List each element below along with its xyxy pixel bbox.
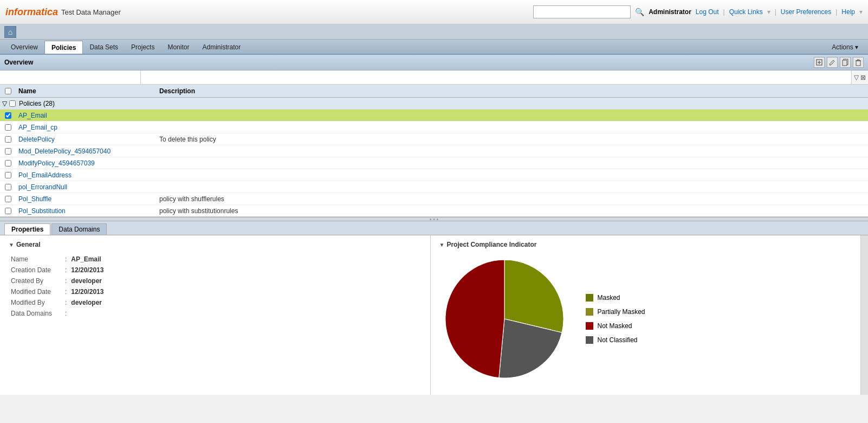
group-checkbox[interactable] (9, 100, 16, 107)
created-by-value: developer (69, 275, 421, 286)
bottom-tabs: Properties Data Domains (0, 221, 868, 235)
toolbar-icon-2[interactable] (827, 57, 838, 68)
row-name-6[interactable]: pol_ErrorandNull (16, 183, 157, 191)
row-checkbox-2[interactable] (5, 136, 11, 143)
row-checkbox-cell (0, 148, 16, 155)
tab-datasets[interactable]: Data Sets (83, 41, 125, 54)
table-row[interactable]: Mod_DeletePolicy_4594657040 (0, 145, 868, 157)
row-checkbox-4[interactable] (5, 160, 11, 166)
tab-administrator[interactable]: Administrator (196, 41, 247, 54)
bottom-content: General Name : AP_Email Creation Date : … (0, 235, 868, 395)
quick-links-link[interactable]: Quick Links (729, 8, 763, 16)
toolbar-icon-3[interactable] (840, 57, 851, 68)
legend-masked: Masked (586, 294, 645, 302)
created-by-label: Created By (9, 275, 63, 286)
name-label: Name (9, 254, 63, 265)
row-checkbox-cell (0, 172, 16, 178)
legend-not-masked-label: Not Masked (598, 322, 632, 330)
legend-masked-swatch (586, 294, 593, 302)
table-row[interactable]: DeletePolicy To delete this policy (0, 133, 868, 145)
row-name-8[interactable]: Pol_Substitution (16, 207, 157, 215)
row-checkbox-cell (0, 136, 16, 143)
row-checkbox-8[interactable] (5, 208, 11, 214)
modified-by-value: developer (69, 297, 421, 308)
search-icon[interactable]: 🔍 (635, 8, 644, 16)
legend-partially-masked-label: Partially Masked (598, 308, 645, 316)
creation-date-label: Creation Date (9, 265, 63, 275)
group-row[interactable]: ▽ Policies (28) (0, 98, 868, 110)
header-checkbox-cell (0, 88, 16, 94)
chart-container: Masked Partially Masked Not Masked Not C… (439, 254, 852, 384)
table-row[interactable]: Pol_Substitution policy with substitutio… (0, 205, 868, 217)
search-input[interactable] (533, 5, 631, 18)
row-checkbox-cell (0, 184, 16, 190)
legend-partially-masked: Partially Masked (586, 308, 645, 316)
filter-name-input[interactable] (0, 70, 140, 84)
legend-partially-masked-swatch (586, 308, 593, 316)
pie-chart-svg (439, 254, 569, 384)
tab-policies[interactable]: Policies (44, 41, 83, 54)
table-row[interactable]: ModifyPolicy_4594657039 (0, 157, 868, 169)
policies-table: ▽ Policies (28) AP_Email AP_Email_cp Del… (0, 98, 868, 217)
row-checkbox-7[interactable] (5, 196, 11, 202)
toolbar-icon-1[interactable] (814, 57, 825, 68)
actions-button[interactable]: Actions ▾ (826, 42, 864, 53)
filter-funnel-icon[interactable]: ▽ (854, 74, 859, 81)
row-name-4[interactable]: ModifyPolicy_4594657039 (16, 159, 157, 167)
tab-projects[interactable]: Projects (125, 41, 161, 54)
table-row[interactable]: Pol_Shuffle policy with shufflerules (0, 193, 868, 205)
general-section: General Name : AP_Email Creation Date : … (0, 235, 431, 395)
tab-data-domains[interactable]: Data Domains (51, 223, 107, 235)
svg-rect-6 (856, 61, 860, 66)
group-expand-icon[interactable]: ▽ (2, 100, 7, 107)
home-button[interactable]: ⌂ (4, 26, 16, 38)
help-link[interactable]: Help (841, 8, 855, 16)
table-row[interactable]: AP_Email_cp (0, 121, 868, 133)
creation-date-value: 12/20/2013 (69, 265, 421, 275)
tab-monitor[interactable]: Monitor (161, 41, 196, 54)
toolbar-icons (814, 57, 864, 68)
table-row[interactable]: Pol_EmailAddress (0, 169, 868, 181)
group-label: Policies (28) (19, 100, 55, 107)
panel-splitter[interactable]: • • • (0, 217, 868, 221)
home-bar: ⌂ (0, 24, 868, 40)
filter-desc-input[interactable] (141, 70, 851, 84)
row-name-3[interactable]: Mod_DeletePolicy_4594657040 (16, 148, 157, 155)
row-checkbox-6[interactable] (5, 184, 11, 190)
bottom-panel: Properties Data Domains General Name : A… (0, 221, 868, 395)
legend-masked-label: Masked (598, 294, 620, 302)
row-checkbox-1[interactable] (5, 124, 11, 131)
logout-link[interactable]: Log Out (696, 8, 719, 16)
row-name-7[interactable]: Pol_Shuffle (16, 195, 157, 203)
table-row[interactable]: AP_Email (0, 110, 868, 121)
prop-creation-date-row: Creation Date : 12/20/2013 (9, 265, 422, 275)
properties-table: Name : AP_Email Creation Date : 12/20/20… (9, 254, 422, 319)
row-checkbox-3[interactable] (5, 148, 11, 155)
filter-clear-icon[interactable]: ⊠ (860, 74, 866, 81)
legend-not-masked-swatch (586, 322, 593, 330)
prop-name-row: Name : AP_Email (9, 254, 422, 265)
name-value: AP_Email (69, 254, 421, 265)
row-checkbox-0[interactable] (5, 112, 11, 119)
row-desc-7: policy with shufflerules (157, 195, 868, 203)
row-checkbox-5[interactable] (5, 172, 11, 178)
toolbar-icon-4[interactable] (853, 57, 864, 68)
header: informatica Test Data Manager 🔍 Administ… (0, 0, 868, 24)
compliance-section-header: Project Compliance Indicator (439, 241, 852, 248)
select-all-checkbox[interactable] (5, 88, 11, 94)
table-row[interactable]: pol_ErrorandNull (0, 181, 868, 193)
tab-properties[interactable]: Properties (4, 223, 50, 235)
filter-icons: ▽ ⊠ (852, 74, 868, 81)
row-name-5[interactable]: Pol_EmailAddress (16, 171, 157, 179)
prop-created-by-row: Created By : developer (9, 275, 422, 286)
filter-name-cell (0, 70, 141, 84)
row-name-0[interactable]: AP_Email (16, 112, 157, 119)
data-domains-label: Data Domains (9, 308, 63, 319)
row-checkbox-cell (0, 208, 16, 214)
right-scrollbar[interactable] (860, 235, 868, 395)
tab-overview[interactable]: Overview (4, 41, 44, 54)
overview-title: Overview (4, 59, 33, 66)
row-name-1[interactable]: AP_Email_cp (16, 124, 157, 131)
user-preferences-link[interactable]: User Preferences (781, 8, 831, 16)
row-name-2[interactable]: DeletePolicy (16, 136, 157, 143)
